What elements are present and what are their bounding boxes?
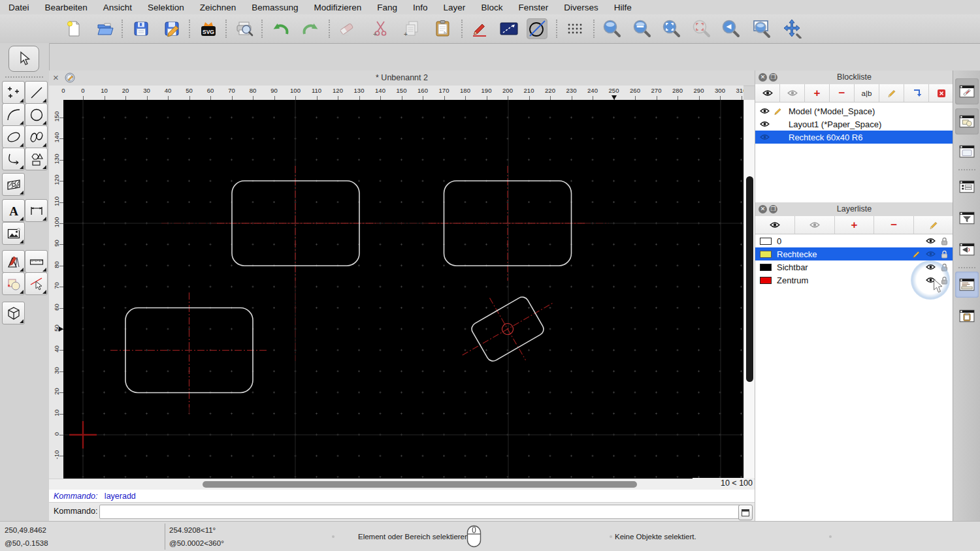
delete-eraser-icon[interactable] xyxy=(336,18,357,39)
new-file-icon[interactable] xyxy=(63,18,84,39)
menu-bemassung[interactable]: Bemassung xyxy=(252,3,298,12)
block-insert-button[interactable] xyxy=(904,84,929,102)
menu-modifizieren[interactable]: Modifizieren xyxy=(314,3,362,12)
dock-library-icon[interactable] xyxy=(955,138,979,165)
eye-icon[interactable] xyxy=(926,251,936,257)
select-arrow-button[interactable] xyxy=(8,46,39,72)
image-tool[interactable] xyxy=(2,222,25,245)
draw-pen-icon[interactable] xyxy=(469,18,490,39)
open-file-icon[interactable] xyxy=(95,18,116,39)
zoom-out-icon[interactable] xyxy=(632,18,653,39)
menu-layer[interactable]: Layer xyxy=(444,3,466,12)
dock-filter-icon[interactable] xyxy=(955,205,979,231)
menu-ansicht[interactable]: Ansicht xyxy=(103,3,132,12)
menu-block[interactable]: Block xyxy=(481,3,502,12)
layer-row-rechtecke[interactable]: Rechtecke xyxy=(755,247,953,260)
circle-tool[interactable] xyxy=(25,103,48,126)
dock-clipboard-icon[interactable] xyxy=(955,303,979,329)
line-tool[interactable] xyxy=(25,81,48,104)
dock-command-icon[interactable] xyxy=(955,272,979,298)
circle-line-icon[interactable] xyxy=(527,18,547,39)
menu-selektion[interactable]: Selektion xyxy=(148,3,184,12)
menu-bearbeiten[interactable]: Bearbeiten xyxy=(45,3,88,12)
block-edit-button[interactable] xyxy=(879,84,904,102)
block-row-rechteck[interactable]: Rechteck 60x40 R6 xyxy=(755,131,953,144)
command-detach-button[interactable] xyxy=(738,505,753,520)
eye-icon[interactable] xyxy=(926,238,936,244)
block-label: Model (*Model_Space) xyxy=(789,106,875,116)
command-input[interactable] xyxy=(99,505,741,519)
eye-icon[interactable] xyxy=(760,121,770,127)
h-scrollbar-thumb[interactable] xyxy=(203,481,637,488)
select-entity-tool[interactable] xyxy=(25,272,48,295)
dock-notify-icon[interactable] xyxy=(955,236,979,262)
dock-layerlist-icon[interactable] xyxy=(955,174,979,200)
lock-icon[interactable] xyxy=(941,237,948,245)
hatch-tool[interactable] xyxy=(2,173,25,196)
save-icon[interactable] xyxy=(131,18,152,39)
menu-datei[interactable]: Datei xyxy=(8,3,29,12)
paste-icon[interactable] xyxy=(433,18,453,39)
ellipse-tool[interactable] xyxy=(2,125,25,148)
spline-tool[interactable] xyxy=(25,125,48,148)
text-tool[interactable]: A xyxy=(2,199,25,222)
menu-zeichnen[interactable]: Zeichnen xyxy=(200,3,237,12)
print-preview-icon[interactable] xyxy=(234,18,255,39)
pan-icon[interactable] xyxy=(781,18,802,39)
block-show-all-button[interactable] xyxy=(755,84,780,102)
panel-close-icon[interactable]: ✕ xyxy=(759,73,767,82)
layer-hide-all-button[interactable] xyxy=(795,216,835,234)
zoom-previous-icon[interactable] xyxy=(721,18,742,39)
lock-icon[interactable] xyxy=(941,250,948,259)
points-tool[interactable] xyxy=(2,81,25,104)
dock-blocks-icon[interactable] xyxy=(955,108,979,134)
block-rename-button[interactable]: a|b xyxy=(855,84,879,102)
solid-3d-tool[interactable] xyxy=(2,302,25,324)
save-as-icon[interactable] xyxy=(161,18,182,39)
v-scrollbar-thumb[interactable] xyxy=(746,176,753,382)
export-svg-icon[interactable]: SVG xyxy=(198,18,219,39)
redo-icon[interactable] xyxy=(301,18,321,39)
layer-add-button[interactable]: + xyxy=(835,216,875,234)
panel-float-icon[interactable]: ❐ xyxy=(769,73,777,82)
menu-info[interactable]: Info xyxy=(413,3,428,12)
menu-fenster[interactable]: Fenster xyxy=(518,3,548,12)
shapes-tool[interactable] xyxy=(25,148,48,170)
cut-icon[interactable]: + xyxy=(370,18,391,39)
measure-tool[interactable] xyxy=(25,250,48,273)
block-delete-button[interactable] xyxy=(929,84,953,102)
eye-icon[interactable] xyxy=(760,108,770,114)
zoom-in-icon[interactable] xyxy=(602,18,623,39)
grid-toggle-icon[interactable] xyxy=(564,18,585,39)
block-hide-all-button[interactable] xyxy=(780,84,805,102)
zoom-window-icon[interactable] xyxy=(751,18,772,39)
arc-tool[interactable] xyxy=(2,103,25,126)
dimension-tool[interactable] xyxy=(25,199,48,222)
copy-icon[interactable]: + xyxy=(401,18,422,39)
zoom-auto-icon[interactable] xyxy=(661,18,682,39)
v-scrollbar[interactable] xyxy=(743,100,755,479)
drawing-canvas[interactable] xyxy=(63,100,743,479)
undo-icon[interactable] xyxy=(270,18,291,39)
menu-fang[interactable]: Fang xyxy=(377,3,397,12)
menu-hilfe[interactable]: Hilfe xyxy=(614,3,632,12)
blocks-tool[interactable] xyxy=(2,272,25,295)
dock-draw-icon[interactable] xyxy=(955,78,979,104)
h-scrollbar[interactable] xyxy=(49,479,755,490)
block-remove-button[interactable]: − xyxy=(830,84,855,102)
polyline-tool[interactable] xyxy=(2,148,25,170)
panel-close-icon[interactable]: ✕ xyxy=(759,205,767,213)
eye-icon[interactable] xyxy=(760,134,770,140)
panel-float-icon[interactable]: ❐ xyxy=(769,205,777,213)
layer-row-0[interactable]: 0 xyxy=(755,234,953,247)
block-add-button[interactable]: + xyxy=(805,84,830,102)
layer-show-all-button[interactable] xyxy=(755,216,795,234)
block-row-layout1[interactable]: Layout1 (*Paper_Space) xyxy=(755,118,953,131)
modify-tool[interactable] xyxy=(2,250,25,273)
zoom-selection-icon[interactable] xyxy=(691,18,712,39)
layer-remove-button[interactable]: − xyxy=(874,216,914,234)
menu-diverses[interactable]: Diverses xyxy=(564,3,598,12)
block-row-model[interactable]: Model (*Model_Space) xyxy=(755,104,953,118)
polyline-box-icon[interactable] xyxy=(498,18,519,39)
layer-edit-button[interactable] xyxy=(914,216,953,234)
